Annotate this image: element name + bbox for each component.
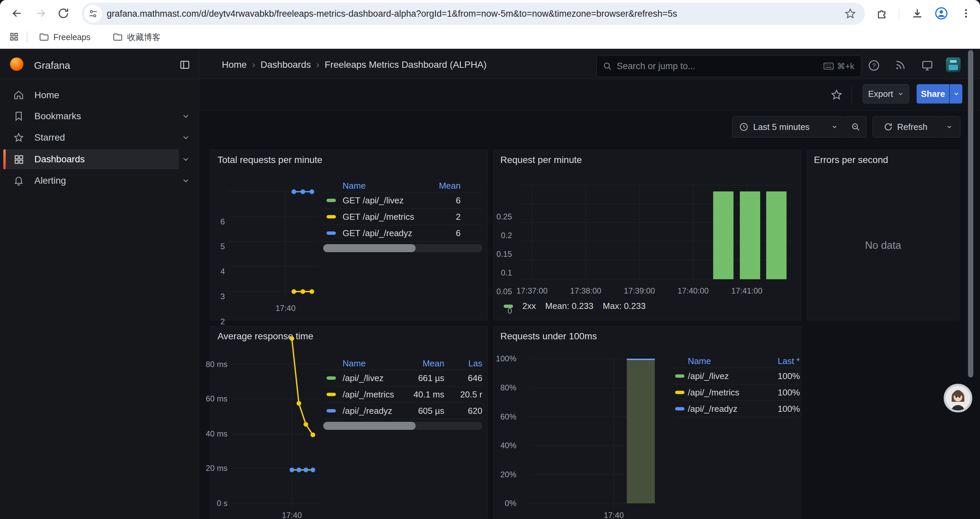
share-button[interactable]: Share xyxy=(916,84,949,104)
sidebar-item-bookmarks[interactable]: Bookmarks xyxy=(0,107,199,126)
export-button[interactable]: Export xyxy=(862,84,909,104)
bookmark-folder-blogs[interactable]: 收藏博客 xyxy=(112,32,161,43)
sidebar-item-dashboards[interactable]: Dashboards xyxy=(0,150,199,169)
panel-title[interactable]: Errors per second xyxy=(814,155,888,165)
favorite-dashboard-button[interactable] xyxy=(830,89,843,101)
series-name[interactable]: /api/_/metrics xyxy=(688,387,763,398)
y-tick: 3 xyxy=(221,292,225,301)
y-tick: 0.2 xyxy=(501,231,512,240)
x-tick: 17:40:00 xyxy=(678,286,708,295)
downloads-button[interactable] xyxy=(909,5,925,21)
legend-row[interactable]: /api/_/readyz 605 µs 620 xyxy=(323,402,482,419)
url-text[interactable]: grafana.mathmast.com/d/deytv4rwavabkb/fr… xyxy=(107,9,844,19)
bookmarks-bar: Freeleaps 收藏博客 xyxy=(0,26,980,49)
chevron-down-icon[interactable] xyxy=(181,155,190,164)
zoom-out-button[interactable] xyxy=(845,116,867,137)
scrollbar-thumb[interactable] xyxy=(323,244,415,252)
user-avatar[interactable] xyxy=(946,57,961,72)
p1-plot[interactable] xyxy=(228,180,321,307)
breadcrumb-dashboards[interactable]: Dashboards xyxy=(261,59,311,70)
legend-row[interactable]: GET /api/_/metrics 2 xyxy=(323,208,482,225)
col-last[interactable]: Last * xyxy=(763,356,800,366)
search-input[interactable]: Search or jump to... ⌘+k xyxy=(597,56,861,77)
scrollbar-thumb[interactable] xyxy=(323,422,415,430)
chevron-down-icon[interactable] xyxy=(181,176,190,185)
apps-shortcut-button[interactable] xyxy=(6,29,22,45)
col-name[interactable]: Name xyxy=(339,181,439,191)
series-name[interactable]: GET /api/_/livez xyxy=(339,195,439,206)
series-name[interactable]: /api/_/metrics xyxy=(339,390,409,400)
y-tick: 2 xyxy=(221,317,225,326)
sidebar-toggle-button[interactable] xyxy=(180,59,190,70)
series-last: 100% xyxy=(763,404,800,414)
help-button[interactable]: ? xyxy=(868,59,880,72)
legend-series-name[interactable]: 2xx xyxy=(522,301,536,311)
y-tick: 20 ms xyxy=(206,463,228,473)
rss-icon xyxy=(895,59,906,71)
legend-row[interactable]: GET /api/_/readyz 6 xyxy=(323,225,482,241)
series-name[interactable]: /api/_/livez xyxy=(339,373,409,383)
browser-reload-button[interactable] xyxy=(56,5,72,21)
profile-button[interactable] xyxy=(933,5,949,21)
p2-plot[interactable] xyxy=(514,182,797,285)
legend-row[interactable]: /api/_/livez 100% xyxy=(674,368,800,384)
series-name[interactable]: GET /api/_/metrics xyxy=(339,212,439,222)
bookmark-star-icon[interactable] xyxy=(844,8,856,20)
extensions-button[interactable] xyxy=(874,5,890,21)
series-swatch xyxy=(675,374,684,378)
chevron-down-icon[interactable] xyxy=(181,112,190,121)
y-tick: 0.05 xyxy=(496,287,512,296)
refresh-interval-button[interactable] xyxy=(938,116,960,137)
sidebar-item-alerting[interactable]: Alerting xyxy=(0,171,199,190)
display-button[interactable] xyxy=(921,59,933,72)
sidebar-item-home[interactable]: Home xyxy=(0,86,199,105)
legend-scrollbar[interactable] xyxy=(323,422,482,430)
legend-row[interactable]: /api/_/metrics 40.1 ms 20.5 r xyxy=(323,386,482,402)
p2-bars xyxy=(713,192,786,279)
p5-plot[interactable] xyxy=(519,326,665,513)
legend-header: Name Mean xyxy=(323,179,482,192)
col-name[interactable]: Name xyxy=(339,358,409,369)
series-name[interactable]: /api/_/livez xyxy=(688,371,763,382)
grafana-logo[interactable] xyxy=(10,57,23,71)
panel-total-requests: Total requests per minute 6 5 4 3 2 17:4… xyxy=(210,150,488,320)
legend-row[interactable]: /api/_/livez 661 µs 646 xyxy=(323,370,482,386)
share-dropdown-button[interactable] xyxy=(950,84,963,104)
series-mean: 605 µs xyxy=(409,406,444,416)
p2-legend[interactable]: 2xx Mean: 0.233 Max: 0.233 xyxy=(504,301,646,311)
news-button[interactable] xyxy=(895,59,906,71)
bookmark-folder-freeleaps[interactable]: Freeleaps xyxy=(39,32,91,42)
legend-header: Name Last * xyxy=(674,355,800,368)
p4-plot[interactable] xyxy=(229,326,323,513)
browser-forward-button[interactable] xyxy=(33,5,49,21)
time-range-picker[interactable]: Last 5 minutes xyxy=(732,116,845,137)
legend-row[interactable]: /api/_/readyz 100% xyxy=(674,401,800,417)
col-mean[interactable]: Mean xyxy=(409,358,444,369)
col-mean[interactable]: Mean xyxy=(439,181,461,191)
series-name[interactable]: /api/_/readyz xyxy=(688,404,763,414)
series-last: 100% xyxy=(763,371,800,382)
panel-toggle-icon xyxy=(180,59,190,70)
site-settings-button[interactable] xyxy=(84,5,102,23)
dashboards-grid-icon xyxy=(13,154,24,164)
legend-row[interactable]: /api/_/metrics 100% xyxy=(674,384,800,401)
col-name[interactable]: Name xyxy=(688,356,763,366)
chevron-down-icon[interactable] xyxy=(181,133,190,142)
series-name[interactable]: /api/_/readyz xyxy=(339,406,409,416)
panel-title[interactable]: Total requests per minute xyxy=(218,155,322,165)
legend-row[interactable]: GET /api/_/livez 6 xyxy=(323,192,482,208)
breadcrumb: Home › Dashboards › Freeleaps Metrics Da… xyxy=(222,59,487,70)
col-last[interactable]: Las xyxy=(444,358,482,369)
sidebar-item-starred[interactable]: Starred xyxy=(0,128,199,147)
panel-title[interactable]: Request per minute xyxy=(500,155,582,165)
page-scrollbar-thumb[interactable] xyxy=(968,50,973,377)
refresh-button[interactable]: Refresh xyxy=(873,116,939,137)
series-name[interactable]: GET /api/_/readyz xyxy=(339,228,439,238)
legend-scrollbar[interactable] xyxy=(323,244,482,252)
breadcrumb-home[interactable]: Home xyxy=(222,59,247,70)
browser-menu-button[interactable] xyxy=(958,5,974,21)
browser-address-bar[interactable]: grafana.mathmast.com/d/deytv4rwavabkb/fr… xyxy=(82,3,865,25)
browser-back-button[interactable] xyxy=(9,5,25,21)
assistant-avatar[interactable] xyxy=(943,384,972,412)
p2-y-axis: 0.25 0.2 0.15 0.1 0.05 0 xyxy=(494,182,512,285)
